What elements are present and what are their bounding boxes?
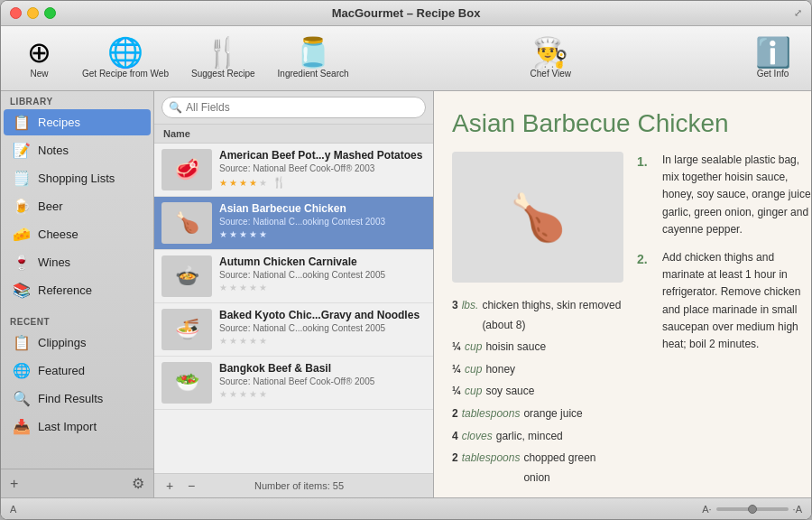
add-sidebar-button[interactable]: + bbox=[8, 474, 20, 494]
recipe-thumb-4: 🥗 bbox=[161, 362, 212, 404]
suggest-recipe-icon: 🍴 bbox=[205, 38, 241, 67]
ingredient-search-button[interactable]: 🫙 Ingredient Search bbox=[269, 34, 358, 82]
ingredient-qty: ¼ bbox=[452, 360, 461, 380]
recent-section-label: RECENT bbox=[1, 311, 153, 329]
sidebar-item-featured[interactable]: 🌐 Featured bbox=[4, 358, 151, 384]
recipe-info-4: Bangkok Beef & Basil Source: National Be… bbox=[219, 362, 426, 404]
sidebar-recipes-label: Recipes bbox=[38, 116, 80, 129]
sidebar-featured-label: Featured bbox=[38, 364, 85, 377]
sidebar-cheese-label: Cheese bbox=[38, 228, 78, 241]
minimize-button[interactable] bbox=[27, 7, 39, 19]
ingredient-desc: chicken thighs, skin removed (about 8) bbox=[482, 296, 623, 335]
zoom-large-label: ·A bbox=[793, 504, 802, 515]
list-item[interactable]: 🥗 Bangkok Beef & Basil Source: National … bbox=[154, 357, 433, 410]
get-recipe-label: Get Recipe from Web bbox=[82, 69, 169, 79]
sidebar-item-recipes[interactable]: 📋 Recipes bbox=[4, 109, 151, 135]
ingredient-row: ¼ cup soy sauce bbox=[452, 382, 623, 402]
list-item[interactable]: 🥩 American Beef Pot...y Mashed Potatoes … bbox=[154, 144, 433, 197]
recipe-stars-2: ★★★★★ bbox=[219, 283, 426, 292]
sidebar-beer-label: Beer bbox=[38, 200, 62, 213]
clippings-icon: 📋 bbox=[13, 334, 31, 351]
ingredient-qty: ¼ bbox=[452, 338, 461, 358]
recipe-thumb-0: 🥩 bbox=[161, 149, 212, 190]
ingredient-row: 4 cloves garlic, minced bbox=[452, 427, 623, 447]
get-recipe-icon: 🌐 bbox=[107, 38, 143, 67]
maximize-button[interactable] bbox=[44, 7, 56, 19]
reference-icon: 📚 bbox=[13, 282, 31, 299]
chef-view-button[interactable]: 👨‍🍳 Chef View bbox=[521, 34, 580, 82]
sidebar-item-last-import[interactable]: 📥 Last Import bbox=[4, 413, 151, 440]
step-text-1: In large sealable plastic bag, mix toget… bbox=[662, 152, 811, 238]
recipe-source-3: Source: National C...ooking Contest 2005 bbox=[219, 323, 426, 333]
ingredient-qty: 3 bbox=[452, 296, 458, 335]
sidebar-item-wines[interactable]: 🍷 Wines bbox=[4, 249, 151, 275]
detail-content: 🍗 3 lbs. chicken thighs, skin removed (a… bbox=[452, 152, 793, 490]
ingredient-search-label: Ingredient Search bbox=[278, 69, 349, 79]
recipe-list-footer: + − Number of items: 55 bbox=[154, 473, 433, 497]
recipe-title-1: Asian Barbecue Chicken bbox=[219, 202, 426, 215]
main-window: MacGourmet – Recipe Box ⤢ ⊕ New 🌐 Get Re… bbox=[0, 0, 812, 520]
recipe-stars-1: ★★★★★ bbox=[219, 229, 426, 239]
sidebar-item-clippings[interactable]: 📋 Clippings bbox=[4, 330, 151, 356]
list-item[interactable]: 🍜 Baked Kyoto Chic...Gravy and Noodles S… bbox=[154, 303, 433, 357]
detail-left: 🍗 3 lbs. chicken thighs, skin removed (a… bbox=[452, 152, 623, 490]
sidebar-wines-label: Wines bbox=[38, 255, 70, 269]
main-content: LIBRARY 📋 Recipes 📝 Notes 🗒️ Shopping Li… bbox=[1, 91, 811, 497]
new-button[interactable]: ⊕ New bbox=[10, 34, 69, 82]
step-text-2: Add chicken thighs and marinate at least… bbox=[662, 249, 811, 353]
zoom-control: A· ·A bbox=[702, 504, 802, 515]
ingredient-unit: cup bbox=[465, 338, 482, 358]
sidebar-item-notes[interactable]: 📝 Notes bbox=[4, 137, 151, 163]
ingredient-unit: lbs. bbox=[462, 296, 479, 335]
zoom-small-label: A· bbox=[702, 504, 711, 515]
search-input[interactable] bbox=[161, 97, 426, 118]
items-count: Number of items: 55 bbox=[254, 480, 344, 491]
zoom-thumb bbox=[748, 505, 757, 514]
search-bar: 🔍 bbox=[154, 91, 433, 125]
suggest-recipe-button[interactable]: 🍴 Suggest Recipe bbox=[182, 34, 264, 82]
detail-right: 1. In large sealable plastic bag, mix to… bbox=[637, 152, 811, 490]
recipe-source-1: Source: National C...ooking Contest 2003 bbox=[219, 217, 426, 227]
zoom-slider[interactable] bbox=[716, 507, 789, 511]
ingredient-desc: garlic, minced bbox=[496, 427, 563, 447]
ingredient-search-icon: 🫙 bbox=[295, 38, 331, 67]
sidebar-notes-label: Notes bbox=[38, 144, 69, 157]
ingredient-qty: 2 bbox=[452, 449, 458, 488]
recipe-title-4: Bangkok Beef & Basil bbox=[219, 362, 426, 375]
get-recipe-button[interactable]: 🌐 Get Recipe from Web bbox=[73, 34, 178, 82]
expand-icon[interactable]: ⤢ bbox=[794, 7, 802, 19]
ingredient-desc: orange juice bbox=[523, 404, 582, 424]
sidebar: LIBRARY 📋 Recipes 📝 Notes 🗒️ Shopping Li… bbox=[1, 91, 154, 497]
list-header: Name bbox=[154, 125, 433, 144]
list-item[interactable]: 🍗 Asian Barbecue Chicken Source: Nationa… bbox=[154, 197, 433, 250]
get-info-button[interactable]: ℹ️ Get Info bbox=[743, 34, 802, 82]
recipe-title-3: Baked Kyoto Chic...Gravy and Noodles bbox=[219, 309, 426, 321]
sidebar-item-find-results[interactable]: 🔍 Find Results bbox=[4, 385, 151, 412]
settings-sidebar-button[interactable]: ⚙ bbox=[130, 473, 146, 494]
new-label: New bbox=[30, 69, 48, 79]
sidebar-item-cheese[interactable]: 🧀 Cheese bbox=[4, 221, 151, 247]
recipe-info-1: Asian Barbecue Chicken Source: National … bbox=[219, 202, 426, 244]
recipe-items: 🥩 American Beef Pot...y Mashed Potatoes … bbox=[154, 144, 433, 473]
recipe-title-0: American Beef Pot...y Mashed Potatoes bbox=[219, 149, 426, 162]
list-item[interactable]: 🍲 Autumn Chicken Carnivale Source: Natio… bbox=[154, 250, 433, 303]
ingredient-row: 3 lbs. chicken thighs, skin removed (abo… bbox=[452, 296, 623, 335]
recipe-info-0: American Beef Pot...y Mashed Potatoes So… bbox=[219, 149, 426, 190]
sidebar-last-import-label: Last Import bbox=[38, 420, 97, 433]
recipe-stars-4: ★★★★★ bbox=[219, 389, 426, 399]
sidebar-item-shopping-lists[interactable]: 🗒️ Shopping Lists bbox=[4, 165, 151, 191]
ingredient-unit: cup bbox=[465, 360, 482, 380]
recipe-thumb-1: 🍗 bbox=[161, 202, 212, 244]
sidebar-item-beer[interactable]: 🍺 Beer bbox=[4, 193, 151, 219]
recipe-source-2: Source: National C...ooking Contest 2005 bbox=[219, 270, 426, 280]
recipe-thumb-3: 🍜 bbox=[161, 309, 212, 350]
close-button[interactable] bbox=[10, 7, 22, 19]
remove-recipe-button[interactable]: − bbox=[183, 478, 199, 494]
library-section-label: LIBRARY bbox=[1, 91, 153, 108]
instruction-step-2: 2. Add chicken thighs and marinate at le… bbox=[637, 249, 811, 353]
recipe-image: 🍗 bbox=[452, 152, 623, 283]
sidebar-item-reference[interactable]: 📚 Reference bbox=[4, 277, 151, 303]
add-recipe-button[interactable]: + bbox=[161, 478, 178, 494]
sidebar-shopping-label: Shopping Lists bbox=[38, 172, 115, 185]
last-import-icon: 📥 bbox=[13, 418, 31, 435]
